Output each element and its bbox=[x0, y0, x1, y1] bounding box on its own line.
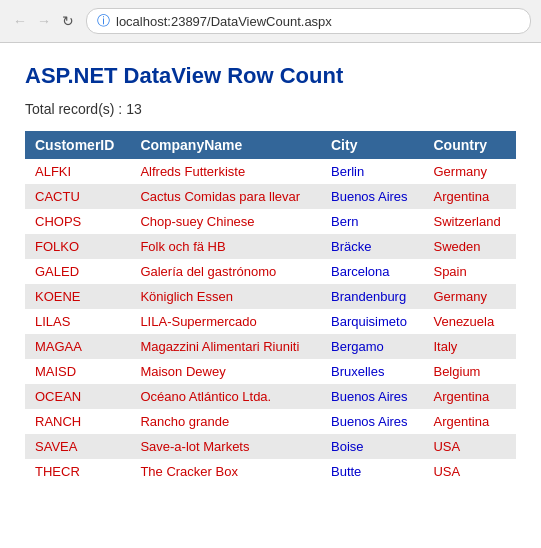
cell-city: Butte bbox=[321, 459, 423, 484]
header-companyname: CompanyName bbox=[130, 131, 321, 159]
table-row: FOLKOFolk och fä HBBräckeSweden bbox=[25, 234, 516, 259]
cell-city: Bruxelles bbox=[321, 359, 423, 384]
cell-customerid: ALFKI bbox=[25, 159, 130, 184]
cell-customerid: CHOPS bbox=[25, 209, 130, 234]
table-row: LILASLILA-SupermercadoBarquisimetoVenezu… bbox=[25, 309, 516, 334]
address-bar[interactable]: ⓘ localhost:23897/DataViewCount.aspx bbox=[86, 8, 531, 34]
cell-customerid: MAGAA bbox=[25, 334, 130, 359]
table-row: ALFKIAlfreds FutterkisteBerlinGermany bbox=[25, 159, 516, 184]
browser-chrome: ← → ↻ ⓘ localhost:23897/DataViewCount.as… bbox=[0, 0, 541, 43]
page-title: ASP.NET DataView Row Count bbox=[25, 63, 516, 89]
cell-customerid: RANCH bbox=[25, 409, 130, 434]
table-row: SAVEASave-a-lot MarketsBoiseUSA bbox=[25, 434, 516, 459]
info-icon: ⓘ bbox=[97, 12, 110, 30]
cell-country: Germany bbox=[423, 159, 516, 184]
back-button[interactable]: ← bbox=[10, 11, 30, 31]
cell-companyname: Save-a-lot Markets bbox=[130, 434, 321, 459]
cell-country: Argentina bbox=[423, 409, 516, 434]
cell-city: Berlin bbox=[321, 159, 423, 184]
cell-country: Venezuela bbox=[423, 309, 516, 334]
header-customerid: CustomerID bbox=[25, 131, 130, 159]
record-count: Total record(s) : 13 bbox=[25, 101, 516, 117]
cell-customerid: FOLKO bbox=[25, 234, 130, 259]
table-row: CHOPSChop-suey ChineseBernSwitzerland bbox=[25, 209, 516, 234]
forward-button[interactable]: → bbox=[34, 11, 54, 31]
table-row: KOENEKöniglich EssenBrandenburgGermany bbox=[25, 284, 516, 309]
cell-companyname: LILA-Supermercado bbox=[130, 309, 321, 334]
cell-city: Bern bbox=[321, 209, 423, 234]
cell-country: Sweden bbox=[423, 234, 516, 259]
cell-customerid: THECR bbox=[25, 459, 130, 484]
cell-companyname: Maison Dewey bbox=[130, 359, 321, 384]
nav-buttons: ← → ↻ bbox=[10, 11, 78, 31]
cell-city: Buenos Aires bbox=[321, 384, 423, 409]
cell-customerid: GALED bbox=[25, 259, 130, 284]
header-country: Country bbox=[423, 131, 516, 159]
table-body: ALFKIAlfreds FutterkisteBerlinGermanyCAC… bbox=[25, 159, 516, 484]
table-header-row: CustomerID CompanyName City Country bbox=[25, 131, 516, 159]
cell-customerid: CACTU bbox=[25, 184, 130, 209]
cell-customerid: OCEAN bbox=[25, 384, 130, 409]
cell-country: Argentina bbox=[423, 184, 516, 209]
table-row: OCEANOcéano Atlántico Ltda.Buenos AiresA… bbox=[25, 384, 516, 409]
cell-country: USA bbox=[423, 434, 516, 459]
cell-companyname: Chop-suey Chinese bbox=[130, 209, 321, 234]
table-row: THECRThe Cracker BoxButteUSA bbox=[25, 459, 516, 484]
cell-companyname: Océano Atlántico Ltda. bbox=[130, 384, 321, 409]
cell-city: Buenos Aires bbox=[321, 409, 423, 434]
cell-country: USA bbox=[423, 459, 516, 484]
cell-companyname: The Cracker Box bbox=[130, 459, 321, 484]
refresh-button[interactable]: ↻ bbox=[58, 11, 78, 31]
header-city: City bbox=[321, 131, 423, 159]
data-table: CustomerID CompanyName City Country ALFK… bbox=[25, 131, 516, 484]
url-text: localhost:23897/DataViewCount.aspx bbox=[116, 14, 332, 29]
cell-city: Barcelona bbox=[321, 259, 423, 284]
cell-customerid: MAISD bbox=[25, 359, 130, 384]
cell-country: Germany bbox=[423, 284, 516, 309]
cell-city: Barquisimeto bbox=[321, 309, 423, 334]
cell-customerid: KOENE bbox=[25, 284, 130, 309]
table-row: RANCHRancho grandeBuenos AiresArgentina bbox=[25, 409, 516, 434]
cell-customerid: SAVEA bbox=[25, 434, 130, 459]
cell-country: Belgium bbox=[423, 359, 516, 384]
cell-country: Spain bbox=[423, 259, 516, 284]
cell-companyname: Königlich Essen bbox=[130, 284, 321, 309]
table-row: MAISDMaison DeweyBruxellesBelgium bbox=[25, 359, 516, 384]
cell-country: Italy bbox=[423, 334, 516, 359]
table-row: CACTUCactus Comidas para llevarBuenos Ai… bbox=[25, 184, 516, 209]
cell-companyname: Rancho grande bbox=[130, 409, 321, 434]
cell-companyname: Cactus Comidas para llevar bbox=[130, 184, 321, 209]
cell-country: Argentina bbox=[423, 384, 516, 409]
cell-city: Bräcke bbox=[321, 234, 423, 259]
cell-city: Bergamo bbox=[321, 334, 423, 359]
table-row: MAGAAMagazzini Alimentari RiunitiBergamo… bbox=[25, 334, 516, 359]
cell-companyname: Alfreds Futterkiste bbox=[130, 159, 321, 184]
cell-customerid: LILAS bbox=[25, 309, 130, 334]
cell-companyname: Galería del gastrónomo bbox=[130, 259, 321, 284]
cell-country: Switzerland bbox=[423, 209, 516, 234]
page-content: ASP.NET DataView Row Count Total record(… bbox=[0, 43, 541, 504]
cell-city: Brandenburg bbox=[321, 284, 423, 309]
cell-companyname: Folk och fä HB bbox=[130, 234, 321, 259]
table-row: GALEDGalería del gastrónomoBarcelonaSpai… bbox=[25, 259, 516, 284]
cell-companyname: Magazzini Alimentari Riuniti bbox=[130, 334, 321, 359]
cell-city: Boise bbox=[321, 434, 423, 459]
cell-city: Buenos Aires bbox=[321, 184, 423, 209]
